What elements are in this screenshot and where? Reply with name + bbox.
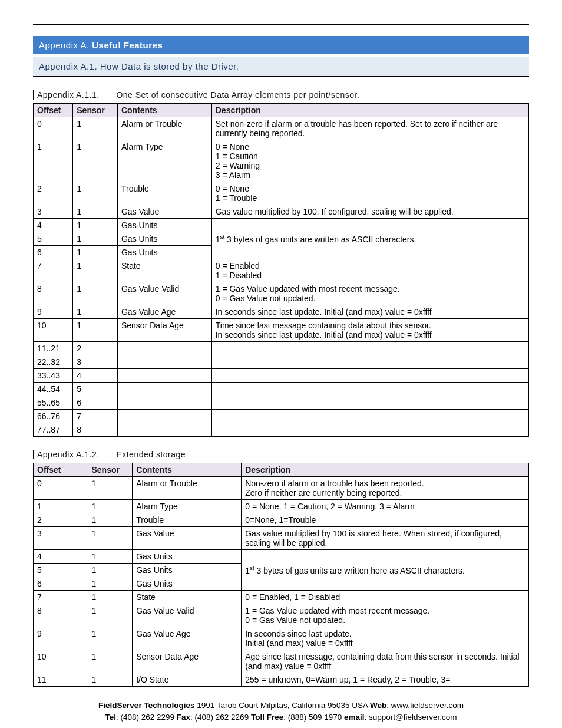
table-row: 66..767 bbox=[34, 410, 529, 423]
table-cell: 3 bbox=[73, 355, 118, 369]
footer-tollfree-label: Toll Free bbox=[251, 713, 283, 722]
table-cell: 9 bbox=[34, 627, 88, 650]
table-cell: 1 bbox=[73, 259, 118, 282]
table-row: 91Gas Value AgeIn seconds since last upd… bbox=[34, 627, 529, 650]
table-cell bbox=[117, 369, 211, 383]
table-header: Sensor bbox=[88, 463, 133, 477]
table-cell: 1 bbox=[88, 577, 133, 591]
banner-prefix: Appendix A. bbox=[39, 40, 92, 50]
table-cell: 33..43 bbox=[34, 369, 73, 383]
table-cell: 2 bbox=[73, 342, 118, 355]
table-cell: 4 bbox=[73, 369, 118, 383]
table-row: 101Sensor Data AgeAge since last message… bbox=[34, 650, 529, 673]
table-cell: 10 bbox=[34, 650, 88, 673]
footer-company: FieldServer Technologies bbox=[98, 701, 194, 710]
table-row: 71State0 = Enabled, 1 = Disabled bbox=[34, 591, 529, 604]
table-cell: 8 bbox=[34, 604, 88, 627]
table-cell: 1 = Gas Value updated with most recent m… bbox=[211, 282, 528, 305]
table-row: 22..323 bbox=[34, 355, 529, 369]
table-row: 111I/O State255 = unknown, 0=Warm up, 1 … bbox=[34, 673, 529, 687]
table-cell: 1 bbox=[88, 627, 133, 650]
table-row: 55..656 bbox=[34, 396, 529, 410]
table-cell: Gas Value Age bbox=[133, 627, 242, 650]
table-cell: 0 bbox=[34, 477, 88, 500]
footer-fax-label: Fax bbox=[177, 713, 190, 722]
table-cell: 1 bbox=[34, 140, 73, 182]
table-cell: 2 bbox=[34, 513, 88, 527]
table-cell: In seconds since last update. Initial (a… bbox=[211, 305, 528, 319]
table-cell: Gas Units bbox=[117, 232, 211, 246]
table-cell: Alarm Type bbox=[117, 140, 211, 182]
table-cell: Gas Value bbox=[133, 527, 242, 550]
document-page: Appendix A. Useful Features Appendix A.1… bbox=[0, 0, 562, 728]
table-cell: 4 bbox=[34, 219, 73, 232]
table-header: Contents bbox=[117, 104, 211, 117]
section-text: One Set of consecutive Data Array elemen… bbox=[116, 90, 359, 100]
appendix-a1-sub-banner: Appendix A.1. How Data is stored by the … bbox=[33, 57, 529, 77]
footer-tel: : (408) 262 2299 bbox=[116, 713, 177, 722]
table-cell: 1 bbox=[73, 305, 118, 319]
section-num: Appendix A.1.2. bbox=[37, 450, 114, 459]
table-cell bbox=[211, 410, 528, 423]
table-cell: 0 = Enabled, 1 = Disabled bbox=[242, 591, 529, 604]
table-cell: 1 bbox=[88, 564, 133, 577]
table-row: 01Alarm or TroubleSet non-zero if alarm … bbox=[34, 117, 529, 140]
table-cell: 1st 3 bytes of gas units are written her… bbox=[242, 550, 529, 591]
table-row: 44..545 bbox=[34, 383, 529, 396]
table-cell: Gas value multiplied by 100. If configur… bbox=[211, 205, 528, 219]
table-row: 33..434 bbox=[34, 369, 529, 383]
table-cell: Gas Value Valid bbox=[133, 604, 242, 627]
table-cell: 66..76 bbox=[34, 410, 73, 423]
table-header: Description bbox=[211, 104, 528, 117]
table-cell: 7 bbox=[73, 410, 118, 423]
table-cell: 0 bbox=[34, 117, 73, 140]
table-row: 01Alarm or TroubleNon-zero if alarm or a… bbox=[34, 477, 529, 500]
footer-tollfree: : (888) 509 1970 bbox=[283, 713, 344, 722]
table-cell: 7 bbox=[34, 259, 73, 282]
table-cell: 9 bbox=[34, 305, 73, 319]
table-cell: Gas Units bbox=[133, 550, 242, 564]
table-row: 11..212 bbox=[34, 342, 529, 355]
table-cell: Sensor Data Age bbox=[133, 650, 242, 673]
section-text: Extended storage bbox=[116, 450, 186, 459]
table-cell: 7 bbox=[34, 591, 88, 604]
table-cell: I/O State bbox=[133, 673, 242, 687]
table-cell: Alarm Type bbox=[133, 500, 242, 513]
table-header: Offset bbox=[34, 104, 73, 117]
table-header: Contents bbox=[133, 463, 242, 477]
table-cell: Gas Units bbox=[133, 564, 242, 577]
table-cell: 0 = None1 = Trouble bbox=[211, 182, 528, 205]
table-a12: OffsetSensorContentsDescription01Alarm o… bbox=[33, 463, 529, 687]
table-row: 81Gas Value Valid1 = Gas Value updated w… bbox=[34, 604, 529, 627]
table-header: Sensor bbox=[73, 104, 118, 117]
table-cell: 0 = None1 = Caution2 = Warning3 = Alarm bbox=[211, 140, 528, 182]
table-cell: Trouble bbox=[117, 182, 211, 205]
table-row: 91Gas Value AgeIn seconds since last upd… bbox=[34, 305, 529, 319]
table-cell: Gas Value Valid bbox=[117, 282, 211, 305]
table-row: 21Trouble0=None, 1=Trouble bbox=[34, 513, 529, 527]
table-cell bbox=[117, 396, 211, 410]
table-cell bbox=[117, 410, 211, 423]
table-cell: Alarm or Trouble bbox=[117, 117, 211, 140]
table-row: 21Trouble0 = None1 = Trouble bbox=[34, 182, 529, 205]
table-cell: 2 bbox=[34, 182, 73, 205]
table-a11: OffsetSensorContentsDescription01Alarm o… bbox=[33, 103, 529, 437]
footer-fax: : (408) 262 2269 bbox=[190, 713, 251, 722]
table-cell: 0 = None, 1 = Caution, 2 = Warning, 3 = … bbox=[242, 500, 529, 513]
table-cell: 5 bbox=[34, 232, 73, 246]
footer-address: 1991 Tarob Court Milpitas, California 95… bbox=[194, 701, 370, 710]
table-cell: 1 bbox=[73, 182, 118, 205]
table-row: 41Gas Units1st 3 bytes of gas units are … bbox=[34, 550, 529, 564]
table-header: Description bbox=[242, 463, 529, 477]
table-cell: 22..32 bbox=[34, 355, 73, 369]
table-cell bbox=[117, 342, 211, 355]
footer-email: : support@fieldserver.com bbox=[365, 713, 457, 722]
table-cell: 8 bbox=[34, 282, 73, 305]
table-cell: 6 bbox=[73, 396, 118, 410]
footer-web-label: Web bbox=[370, 701, 386, 710]
footer-web: : www.fieldserver.com bbox=[386, 701, 464, 710]
page-footer: FieldServer Technologies 1991 Tarob Cour… bbox=[33, 700, 529, 724]
table-cell: 1 bbox=[73, 117, 118, 140]
table-row: 77..878 bbox=[34, 423, 529, 437]
table-cell: 1 = Gas Value updated with most recent m… bbox=[242, 604, 529, 627]
